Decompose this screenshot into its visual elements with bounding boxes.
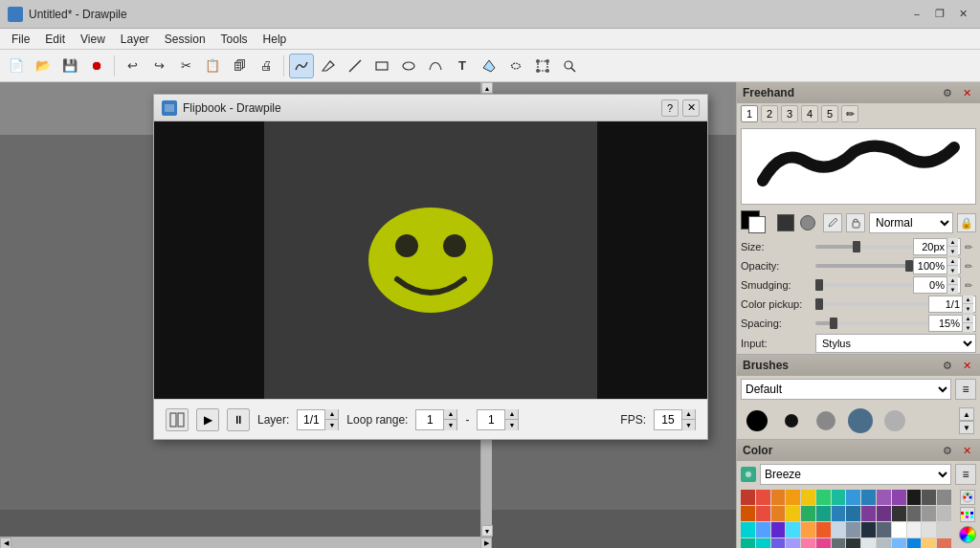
smudging-down[interactable]: ▼ [947,285,958,294]
fps-input[interactable] [655,413,681,427]
color-cell-2[interactable] [771,490,786,505]
layer-input[interactable] [298,413,324,427]
brush-tab-pencil[interactable]: ✏ [841,105,858,122]
fps-up[interactable]: ▲ [681,409,695,420]
color-wheel-btn[interactable] [959,526,976,543]
menu-session[interactable]: Session [157,31,213,48]
blend-mode-select[interactable]: Normal Multiply Screen Overlay [869,212,953,233]
freehand-close-btn[interactable]: ✕ [959,85,974,100]
tb-line[interactable] [343,54,368,78]
freehand-settings-btn[interactable]: ⚙ [940,85,955,100]
tb-undo[interactable]: ↩ [120,54,145,78]
loop-start-up[interactable]: ▲ [443,409,457,420]
h-scroll[interactable]: ◀ ▶ [0,537,492,548]
color-pickup-input[interactable] [929,298,962,310]
color-cell-31[interactable] [786,522,800,537]
size-up[interactable]: ▲ [947,238,958,247]
menu-file[interactable]: File [4,31,37,48]
eyedropper-btn[interactable] [823,213,842,232]
color-cell-36[interactable] [861,522,876,537]
color-cell-8[interactable] [861,490,876,505]
smudging-spinbox[interactable]: ▲ ▼ [913,276,961,294]
color-cell-4[interactable] [801,490,815,505]
size-down[interactable]: ▼ [947,247,958,255]
color-cell-25[interactable] [907,506,922,521]
layer-spinbox[interactable]: ▲ ▼ [297,409,339,430]
color-cell-53[interactable] [907,538,922,548]
color-cell-34[interactable] [832,522,846,537]
brush-scroll-up[interactable]: ▲ [959,407,974,421]
spacing-spinbox[interactable]: ▲ ▼ [928,315,976,332]
color-cell-10[interactable] [892,490,906,505]
color-cell-1[interactable] [756,490,770,505]
tb-zoom[interactable] [557,54,582,78]
h-scroll-track[interactable] [11,538,480,548]
tb-select-lasso[interactable] [503,54,528,78]
smudging-slider[interactable] [815,283,913,287]
dialog-help-button[interactable]: ? [661,99,679,117]
minimize-button[interactable]: − [907,5,926,24]
color-close-btn[interactable]: ✕ [959,443,974,458]
loop-end-up[interactable]: ▲ [504,409,518,420]
color-cell-21[interactable] [846,506,860,521]
color-cell-30[interactable] [771,522,786,537]
tb-eraser[interactable] [316,54,341,78]
color-cell-50[interactable] [861,538,876,548]
tb-save[interactable]: 💾 [57,54,82,78]
color-pickup-slider[interactable] [815,302,928,306]
loop-end-down[interactable]: ▼ [504,420,518,430]
smudging-input[interactable] [914,279,947,291]
opacity-spinbox[interactable]: ▲ ▼ [913,257,961,274]
color-cell-32[interactable] [801,522,815,537]
color-cell-6[interactable] [832,490,846,505]
palette-right-btn-2[interactable] [960,507,975,522]
color-cell-19[interactable] [816,506,831,521]
color-cell-37[interactable] [877,522,891,537]
color-cell-5[interactable] [816,490,831,505]
opacity-slider[interactable] [815,264,913,268]
smudging-edit-btn[interactable]: ✏ [961,277,976,293]
tb-print[interactable]: 🖨 [254,54,278,78]
loop-start-down[interactable]: ▼ [443,420,457,430]
opacity-down[interactable]: ▼ [947,266,958,274]
opacity-input[interactable] [914,260,947,272]
color-cell-15[interactable] [756,506,770,521]
color-cell-22[interactable] [861,506,876,521]
layer-spin-down[interactable]: ▼ [324,420,338,430]
brushes-select[interactable]: Default Calligraphy Wet [741,379,951,400]
size-edit-btn[interactable]: ✏ [961,239,976,254]
color-cell-47[interactable] [816,538,831,548]
brush-tab-5[interactable]: 5 [821,105,838,122]
color-cell-23[interactable] [877,506,891,521]
color-cell-28[interactable] [741,522,755,537]
tb-rect[interactable] [369,54,394,78]
spacing-input[interactable] [929,318,962,329]
color-cell-3[interactable] [786,490,800,505]
fps-spinbox[interactable]: ▲ ▼ [654,409,696,430]
tb-ellipse[interactable] [396,54,421,78]
menu-layer[interactable]: Layer [113,31,157,48]
color-cell-16[interactable] [771,506,786,521]
tb-redo[interactable]: ↪ [146,54,171,78]
palette-select[interactable]: Breeze Default Material Pastel [760,464,951,485]
color-cell-27[interactable] [937,506,951,521]
size-input[interactable] [914,241,947,252]
color-settings-btn[interactable]: ⚙ [940,443,955,458]
color-cell-20[interactable] [832,506,846,521]
brush-tab-4[interactable]: 4 [801,105,818,122]
loop-start-spinbox[interactable]: ▲ ▼ [415,409,457,430]
color-cell-39[interactable] [907,522,922,537]
palette-right-btn-1[interactable] [960,490,975,505]
size-spinbox[interactable]: ▲ ▼ [913,238,961,255]
opacity-up[interactable]: ▲ [947,257,958,266]
brush-swatch-2[interactable] [777,406,806,435]
flipbook-pause-btn[interactable]: ⏸ [227,408,250,431]
layer-spin-up[interactable]: ▲ [324,409,338,420]
color-cell-9[interactable] [877,490,891,505]
color-cell-13[interactable] [937,490,951,505]
color-cell-11[interactable] [907,490,922,505]
brush-swatch-4[interactable] [846,406,875,435]
tb-fill[interactable] [477,54,501,78]
square-mode-btn[interactable] [777,214,794,231]
color-cell-49[interactable] [846,538,860,548]
